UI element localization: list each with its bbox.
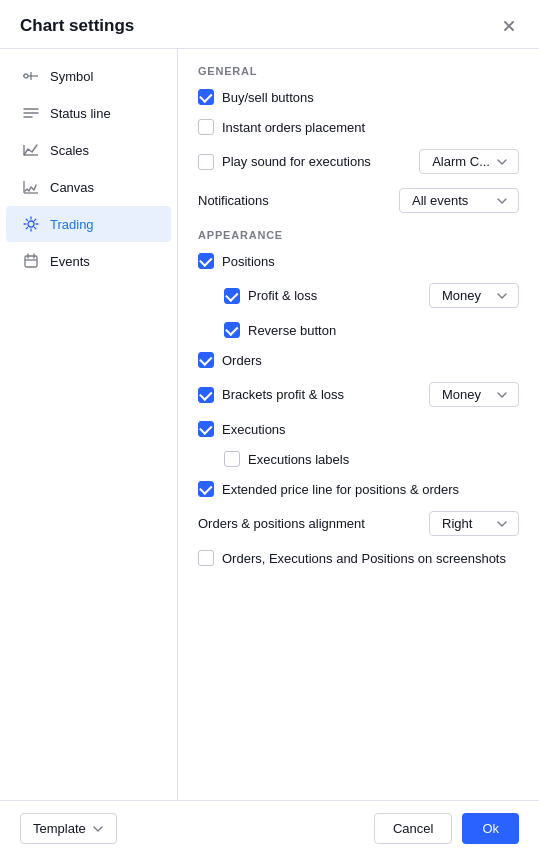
close-button[interactable] <box>499 16 519 36</box>
buy-sell-buttons-row: Buy/sell buttons <box>198 89 519 105</box>
dialog-body: Symbol Status line Scales <box>0 49 539 800</box>
profit-loss-checkbox[interactable] <box>224 288 240 304</box>
sidebar-item-status-line[interactable]: Status line <box>6 95 171 131</box>
instant-orders-row: Instant orders placement <box>198 119 519 135</box>
sidebar-item-canvas[interactable]: Canvas <box>6 169 171 205</box>
sidebar-item-symbol-label: Symbol <box>50 69 93 84</box>
chevron-down-icon-3 <box>496 290 508 302</box>
executions-checkbox[interactable] <box>198 421 214 437</box>
status-line-icon <box>22 104 40 122</box>
play-sound-checkbox-wrap: Play sound for executions <box>198 154 371 170</box>
dialog-title: Chart settings <box>20 16 134 36</box>
play-sound-label: Play sound for executions <box>222 154 371 169</box>
orders-row: Orders <box>198 352 519 368</box>
sidebar-item-scales-label: Scales <box>50 143 89 158</box>
dialog-footer: Template Cancel Ok <box>0 800 539 856</box>
footer-actions: Cancel Ok <box>374 813 519 844</box>
buy-sell-label: Buy/sell buttons <box>222 90 314 105</box>
instant-orders-checkbox-wrap: Instant orders placement <box>198 119 365 135</box>
sidebar-item-events-label: Events <box>50 254 90 269</box>
symbol-icon <box>22 67 40 85</box>
orders-checkbox[interactable] <box>198 352 214 368</box>
extended-price-line-checkbox-wrap: Extended price line for positions & orde… <box>198 481 459 497</box>
chevron-down-icon-4 <box>496 389 508 401</box>
executions-labels-checkbox[interactable] <box>224 451 240 467</box>
alignment-dropdown-value: Right <box>442 516 472 531</box>
positions-row: Positions <box>198 253 519 269</box>
brackets-profit-loss-label: Brackets profit & loss <box>222 387 344 402</box>
buy-sell-checkbox-wrap: Buy/sell buttons <box>198 89 314 105</box>
svg-point-11 <box>28 221 34 227</box>
canvas-icon <box>22 178 40 196</box>
notifications-dropdown-value: All events <box>412 193 468 208</box>
svg-rect-12 <box>25 256 37 267</box>
cancel-button[interactable]: Cancel <box>374 813 452 844</box>
instant-orders-checkbox[interactable] <box>198 119 214 135</box>
executions-checkbox-wrap: Executions <box>198 421 286 437</box>
screenshots-row: Orders, Executions and Positions on scre… <box>198 550 519 566</box>
brackets-profit-loss-checkbox[interactable] <box>198 387 214 403</box>
notifications-dropdown[interactable]: All events <box>399 188 519 213</box>
chevron-down-icon <box>496 156 508 168</box>
notifications-label: Notifications <box>198 193 269 208</box>
reverse-button-label: Reverse button <box>248 323 336 338</box>
positions-label: Positions <box>222 254 275 269</box>
play-sound-checkbox[interactable] <box>198 154 214 170</box>
appearance-divider: APPEARANCE <box>198 229 519 241</box>
alignment-row: Orders & positions alignment Right <box>198 511 519 536</box>
buy-sell-checkbox[interactable] <box>198 89 214 105</box>
template-button-label: Template <box>33 821 86 836</box>
positions-checkbox-wrap: Positions <box>198 253 275 269</box>
orders-checkbox-wrap: Orders <box>198 352 262 368</box>
chevron-down-icon-5 <box>496 518 508 530</box>
dialog-header: Chart settings <box>0 0 539 49</box>
profit-loss-label: Profit & loss <box>248 288 317 303</box>
notifications-row: Notifications All events <box>198 188 519 213</box>
general-section-label: GENERAL <box>198 65 519 77</box>
instant-orders-label: Instant orders placement <box>222 120 365 135</box>
executions-row: Executions <box>198 421 519 437</box>
brackets-profit-loss-dropdown-value: Money <box>442 387 481 402</box>
alignment-dropdown[interactable]: Right <box>429 511 519 536</box>
play-sound-dropdown-value: Alarm C... <box>432 154 490 169</box>
screenshots-checkbox[interactable] <box>198 550 214 566</box>
appearance-section-label: APPEARANCE <box>198 229 519 241</box>
brackets-profit-loss-row: Brackets profit & loss Money <box>198 382 519 407</box>
ok-button[interactable]: Ok <box>462 813 519 844</box>
template-button[interactable]: Template <box>20 813 117 844</box>
sidebar-item-scales[interactable]: Scales <box>6 132 171 168</box>
scales-icon <box>22 141 40 159</box>
chevron-down-icon-2 <box>496 195 508 207</box>
orders-label: Orders <box>222 353 262 368</box>
sidebar-item-canvas-label: Canvas <box>50 180 94 195</box>
profit-loss-row: Profit & loss Money <box>198 283 519 308</box>
play-sound-dropdown[interactable]: Alarm C... <box>419 149 519 174</box>
sidebar-item-symbol[interactable]: Symbol <box>6 58 171 94</box>
svg-point-0 <box>24 74 28 78</box>
trading-icon <box>22 215 40 233</box>
sidebar: Symbol Status line Scales <box>0 49 178 800</box>
extended-price-line-checkbox[interactable] <box>198 481 214 497</box>
executions-labels-row: Executions labels <box>198 451 519 467</box>
brackets-profit-loss-dropdown[interactable]: Money <box>429 382 519 407</box>
brackets-profit-loss-checkbox-wrap: Brackets profit & loss <box>198 387 344 403</box>
alignment-label: Orders & positions alignment <box>198 516 365 531</box>
profit-loss-dropdown-value: Money <box>442 288 481 303</box>
reverse-button-row: Reverse button <box>198 322 519 338</box>
screenshots-checkbox-wrap: Orders, Executions and Positions on scre… <box>198 550 506 566</box>
sidebar-item-events[interactable]: Events <box>6 243 171 279</box>
profit-loss-checkbox-wrap: Profit & loss <box>224 288 317 304</box>
extended-price-line-label: Extended price line for positions & orde… <box>222 482 459 497</box>
executions-label: Executions <box>222 422 286 437</box>
sidebar-item-status-line-label: Status line <box>50 106 111 121</box>
reverse-button-checkbox-wrap: Reverse button <box>224 322 336 338</box>
profit-loss-dropdown[interactable]: Money <box>429 283 519 308</box>
sidebar-item-trading[interactable]: Trading <box>6 206 171 242</box>
executions-labels-label: Executions labels <box>248 452 349 467</box>
extended-price-line-row: Extended price line for positions & orde… <box>198 481 519 497</box>
executions-labels-checkbox-wrap: Executions labels <box>224 451 349 467</box>
reverse-button-checkbox[interactable] <box>224 322 240 338</box>
chevron-down-icon-6 <box>92 823 104 835</box>
play-sound-row: Play sound for executions Alarm C... <box>198 149 519 174</box>
positions-checkbox[interactable] <box>198 253 214 269</box>
